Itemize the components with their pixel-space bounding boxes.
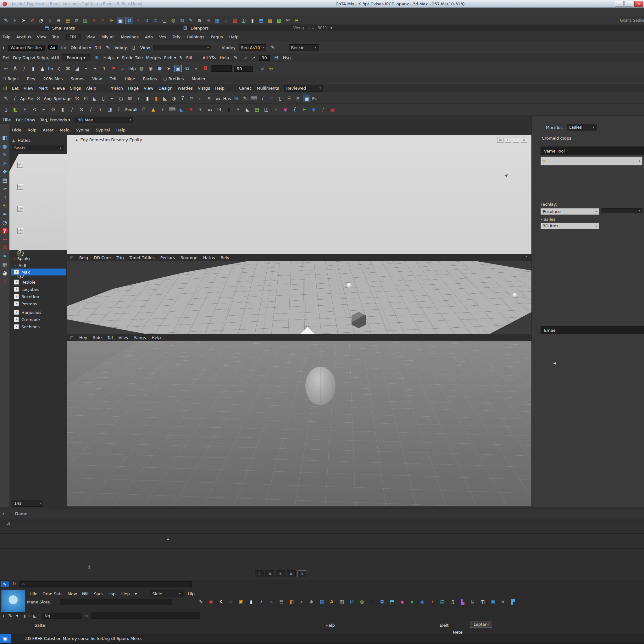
- menu-item[interactable]: Synine: [76, 128, 90, 132]
- hotles-header[interactable]: ▲ Hotles: [9, 137, 33, 144]
- tool-strip-icon[interactable]: ➤: [1, 160, 8, 167]
- tab-dienport[interactable]: ⊞ Dienport: [182, 25, 208, 31]
- toolbar-icon[interactable]: ♫: [55, 65, 62, 72]
- toolbar-icon[interactable]: ⊙: [50, 106, 57, 113]
- toolbar-icon[interactable]: <: [31, 106, 38, 113]
- falt-fdow-label[interactable]: Falt Fdow: [16, 118, 35, 122]
- layer-item[interactable]: ∕ Sechloes: [11, 323, 44, 330]
- toolbar-icon[interactable]: ▾: [135, 95, 142, 102]
- track-a-marker[interactable]: A: [7, 521, 10, 526]
- tool-strip-icon[interactable]: ✑: [1, 185, 8, 192]
- timeline-divider[interactable]: [564, 507, 564, 580]
- toolbar-icon[interactable]: ◣: [244, 106, 251, 113]
- toolbar-icon[interactable]: Aog: [44, 95, 52, 102]
- view-label[interactable]: View: [140, 45, 150, 50]
- menu-item[interactable]: Help: [215, 86, 225, 91]
- merges-label[interactable]: Merges: [146, 55, 161, 60]
- toolbar-icon[interactable]: 7: [179, 95, 186, 102]
- tray-icon[interactable]: K: [218, 598, 225, 605]
- transport-button[interactable]: D: [297, 570, 306, 577]
- toolbar-icon[interactable]: A: [12, 65, 19, 72]
- toolbar-icon[interactable]: ∕: [69, 106, 75, 113]
- preview-thumbnail[interactable]: [1, 590, 25, 612]
- checkbox-icon[interactable]: ∕: [14, 324, 19, 329]
- toolbar-icon[interactable]: ✕: [78, 106, 85, 113]
- tray-icon[interactable]: ✎: [197, 598, 204, 605]
- toolbar-icon[interactable]: ◉: [310, 106, 317, 113]
- halp-dropdown[interactable]: Halp.. ▾: [103, 55, 119, 60]
- maximize-button[interactable]: □: [625, 1, 633, 7]
- seu-as10-dropdown[interactable]: Seu As10▾: [239, 44, 266, 51]
- tray-icon[interactable]: Ø: [348, 598, 355, 605]
- tool-strip-icon[interactable]: ●: [1, 143, 8, 150]
- pen-icon[interactable]: ✎: [269, 44, 276, 51]
- viewport-control-button[interactable]: ⊞: [497, 137, 503, 143]
- toolbar-icon[interactable]: «: [92, 65, 99, 72]
- mode-item[interactable]: Paclios: [142, 76, 157, 81]
- ng-field[interactable]: Ng: [42, 613, 82, 619]
- menu-item[interactable]: Viewe: [53, 86, 65, 91]
- menu-item[interactable]: Wardes: [178, 86, 193, 91]
- tray-icon[interactable]: ◫: [479, 598, 486, 605]
- toolbar-icon[interactable]: Fie: [27, 95, 33, 102]
- checkbox-icon[interactable]: ∕: [14, 310, 19, 315]
- tray-icon[interactable]: ▣: [238, 598, 245, 605]
- menu-item[interactable]: Hide: [12, 128, 21, 132]
- oleation-dropdown[interactable]: Oleation ▾: [70, 45, 91, 50]
- toolbar-icon[interactable]: ▲: [150, 106, 157, 113]
- menu-item[interactable]: Vistgs: [198, 86, 210, 91]
- toolbar-icon[interactable]: ⬟: [156, 65, 163, 72]
- menu-item[interactable]: Alelp: [86, 86, 96, 91]
- tool-strip-icon[interactable]: ✒: [1, 211, 8, 218]
- dark-swatch[interactable]: [211, 65, 232, 72]
- grid-icon[interactable]: ⊟: [273, 54, 280, 61]
- ffd-box[interactable]: Ffd: [65, 34, 81, 40]
- clipboard-icon[interactable]: ▯: [130, 44, 137, 51]
- toolbar-icon[interactable]: ▢: [161, 17, 168, 24]
- tray-icon[interactable]: ◉: [419, 598, 426, 605]
- menu-item[interactable]: Mewings: [121, 35, 139, 39]
- menu-item[interactable]: Tanet Tatlles: [130, 255, 155, 260]
- toolbar-right-label[interactable]: Gcant: [620, 18, 631, 23]
- tool-strip-icon[interactable]: A: [1, 244, 8, 251]
- menu-item[interactable]: DD Core: [94, 255, 111, 260]
- tray-icon[interactable]: ▛: [509, 598, 516, 605]
- redo-icon[interactable]: ↻: [13, 581, 16, 586]
- toolbar-icon[interactable]: {: [291, 106, 298, 113]
- tray-icon[interactable]: ◧: [288, 598, 295, 605]
- toolbar-icon[interactable]: ∕: [21, 65, 28, 72]
- toolbar-icon[interactable]: ▾: [159, 106, 166, 113]
- toolbar-icon[interactable]: ⬒: [258, 17, 265, 24]
- menu-item[interactable]: Pegus: [211, 35, 223, 39]
- menu-item[interactable]: Help: [152, 335, 161, 340]
- reviewed-dropdown[interactable]: Reviewed▾: [284, 85, 323, 92]
- toolbar-icon[interactable]: ▮: [30, 65, 37, 72]
- toolbar-icon[interactable]: ▣: [303, 95, 310, 102]
- toolbar-icon[interactable]: ▤: [253, 106, 260, 113]
- toolbar-icon[interactable]: ⌷: [116, 106, 123, 113]
- command-input[interactable]: 8: [19, 581, 192, 587]
- menu-item[interactable]: Peclurs: [160, 255, 175, 260]
- toolbar-icon[interactable]: ➤: [20, 17, 27, 24]
- sphere-object[interactable]: [305, 367, 336, 405]
- menu-item[interactable]: Viley: [119, 335, 129, 340]
- tray-icon[interactable]: ⬒: [389, 598, 396, 605]
- mode-item[interactable]: Hilge: [123, 76, 135, 81]
- menu-item[interactable]: Rely: [221, 255, 230, 260]
- toolbar-icon[interactable]: ✎: [3, 95, 9, 102]
- toolbar-icon[interactable]: ▾: [97, 106, 104, 113]
- toolbar-icon[interactable]: ◉: [282, 106, 289, 113]
- toolbar-icon[interactable]: ⚑: [110, 65, 117, 72]
- command-pen-icon[interactable]: ✎: [1, 581, 9, 587]
- toolbar-icon[interactable]: ⌘: [64, 65, 71, 72]
- tray-icon[interactable]: ▦: [318, 598, 325, 605]
- grid-icon[interactable]: ⊡: [70, 335, 74, 340]
- toolbar-icon[interactable]: ▧: [231, 17, 238, 24]
- toolbar-icon[interactable]: ⌕: [272, 106, 279, 113]
- teg-previods-dropdown[interactable]: Teg, Previods ▾: [40, 118, 70, 122]
- toolbar-icon[interactable]: ▥: [82, 17, 89, 24]
- menu-item[interactable]: Design: [158, 86, 173, 91]
- tool-strip-icon[interactable]: ◕: [1, 269, 8, 276]
- menu-item[interactable]: Mly all: [101, 35, 114, 39]
- grid-icon[interactable]: ⊞: [70, 255, 74, 260]
